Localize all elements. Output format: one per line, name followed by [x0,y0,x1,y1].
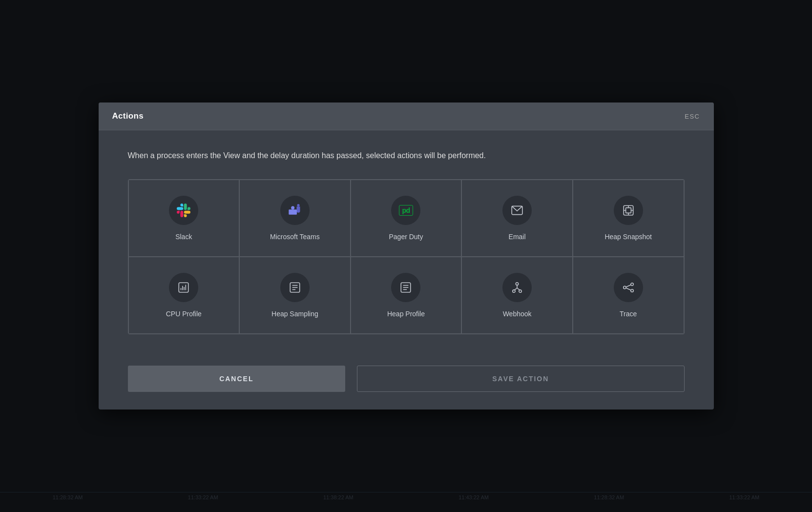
svg-line-32 [626,285,631,287]
slack-label: Slack [175,233,192,241]
svg-point-24 [519,290,521,292]
action-trace[interactable]: Trace [573,257,684,334]
svg-line-27 [514,288,517,290]
heapprofile-label: Heap Profile [387,310,425,318]
heapprofile-icon-circle [391,273,420,302]
slack-icon [177,204,190,217]
email-icon [511,204,523,217]
trace-label: Trace [620,310,637,318]
modal-title: Actions [112,111,144,121]
action-heap-sampling[interactable]: Heap Sampling [239,257,351,334]
svg-point-30 [631,283,633,286]
heapprofile-icon [399,281,412,294]
slack-icon-circle [169,196,198,225]
cpuprofile-icon [177,281,190,294]
svg-point-23 [513,290,515,292]
svg-line-28 [517,288,520,290]
webhook-icon [511,281,523,294]
svg-point-31 [631,289,633,292]
heapsampling-label: Heap Sampling [271,310,318,318]
webhook-label: Webhook [503,310,532,318]
pagerduty-icon-circle: pd [391,196,420,225]
save-action-button[interactable]: SAVE ACTION [357,366,684,392]
action-email[interactable]: Email [461,180,573,257]
svg-point-1 [291,206,294,209]
email-label: Email [509,233,526,241]
modal-body: When a process enters the View and the d… [99,130,714,354]
action-heap-snapshot[interactable]: Heap Snapshot [573,180,684,257]
action-cpu-profile[interactable]: CPU Profile [128,257,240,334]
action-webhook[interactable]: Webhook [461,257,573,334]
cpuprofile-icon-circle [169,273,198,302]
teams-icon [288,204,302,217]
action-slack[interactable]: Slack [128,180,240,257]
actions-modal: Actions ESC When a process enters the Vi… [99,102,714,410]
svg-line-33 [626,288,631,290]
modal-header: Actions ESC [99,102,714,130]
action-heap-profile[interactable]: Heap Profile [351,257,462,334]
svg-rect-4 [625,208,631,213]
svg-point-0 [297,204,299,206]
actions-grid: Slack Microsoft Teams pd [128,179,685,334]
modal-description: When a process enters the View and the d… [128,150,685,162]
pagerduty-icon: pd [399,205,413,216]
heapsnapshot-icon [622,204,635,217]
esc-button[interactable]: ESC [685,113,700,120]
action-pager-duty[interactable]: pd Pager Duty [351,180,462,257]
heapsampling-icon-circle [280,273,310,302]
modal-footer: CANCEL SAVE ACTION [99,354,714,410]
teams-label: Microsoft Teams [270,233,320,241]
heapsampling-icon [289,281,301,294]
pagerduty-label: Pager Duty [389,233,423,241]
svg-point-25 [516,283,518,285]
heapsnapshot-label: Heap Snapshot [604,233,652,241]
webhook-icon-circle [502,273,532,302]
teams-icon-circle [280,196,310,225]
svg-point-29 [623,286,625,288]
heapsnapshot-icon-circle [614,196,643,225]
trace-icon [622,281,635,294]
trace-icon-circle [614,273,643,302]
cpuprofile-label: CPU Profile [166,310,202,318]
svg-rect-9 [179,283,189,292]
action-microsoft-teams[interactable]: Microsoft Teams [239,180,351,257]
cancel-button[interactable]: CANCEL [128,366,346,392]
email-icon-circle [502,196,532,225]
